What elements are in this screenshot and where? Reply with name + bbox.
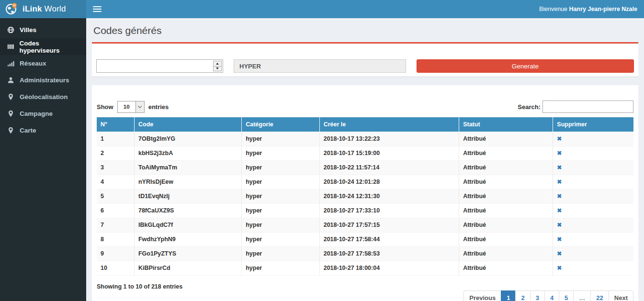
table-cell: FwdhzYphN9 xyxy=(134,232,241,246)
sidebar-item-carte[interactable]: Carte xyxy=(0,122,86,139)
pagination-page-22[interactable]: 22 xyxy=(590,290,609,301)
sidebar-item-reseaux[interactable]: Réseaux xyxy=(0,55,86,72)
column-header[interactable]: Code xyxy=(134,117,241,132)
pagination-previous[interactable]: Previous xyxy=(463,290,501,301)
quantity-stepper xyxy=(213,61,222,71)
table-cell-delete: ✖ xyxy=(553,175,633,189)
table-cell: 2 xyxy=(97,146,134,160)
sidebar-item-geolocalisation[interactable]: Géolocalisation xyxy=(0,89,86,105)
table-cell: Attribué xyxy=(459,203,553,218)
sidebar-item-administrateurs[interactable]: Administrateurs xyxy=(0,72,86,89)
table-cell: Attribué xyxy=(459,189,553,203)
search-control: Search: xyxy=(518,100,633,113)
delete-icon[interactable]: ✖ xyxy=(557,193,562,200)
generator-panel: Generate xyxy=(92,42,638,77)
table-cell: Attribué xyxy=(459,132,553,146)
brand-logo[interactable]: $ iLink World xyxy=(0,0,86,18)
delete-icon[interactable]: ✖ xyxy=(557,164,562,171)
table-cell: kbHS2j3zbA xyxy=(134,146,241,160)
column-header[interactable]: N° xyxy=(97,117,134,132)
delete-icon[interactable]: ✖ xyxy=(557,222,562,228)
table-cell: 1 xyxy=(97,132,134,146)
table-cell: 3 xyxy=(97,160,134,175)
codes-table: N°CodeCatégorieCréer leStatutSupprimer 1… xyxy=(97,117,633,276)
barcode-icon xyxy=(7,43,14,50)
quantity-input[interactable] xyxy=(97,60,210,72)
table-cell: 9 xyxy=(97,246,134,261)
sidebar-toggle-icon[interactable] xyxy=(93,4,102,14)
delete-icon[interactable]: ✖ xyxy=(557,135,562,142)
category-input[interactable] xyxy=(234,59,406,73)
pagination-page-3[interactable]: 3 xyxy=(530,290,545,301)
stepper-down-icon[interactable] xyxy=(214,67,221,71)
brand-globe-icon: $ xyxy=(5,2,18,17)
table-cell: 7 xyxy=(97,218,134,232)
table-cell: hyper xyxy=(242,246,320,261)
table-controls: Show 10 entries Search: xyxy=(97,100,633,113)
table-cell: FGo1PyZTYS xyxy=(134,246,241,261)
pagination-next[interactable]: Next xyxy=(609,290,633,301)
delete-icon[interactable]: ✖ xyxy=(557,207,562,214)
pagination-page-2[interactable]: 2 xyxy=(515,290,530,301)
table-cell: Attribué xyxy=(459,175,553,189)
column-header[interactable]: Catégorie xyxy=(242,117,320,132)
column-header[interactable]: Supprimer xyxy=(553,117,633,132)
pagination-page-1[interactable]: 1 xyxy=(501,290,516,301)
pagination: Previous12345…22Next xyxy=(464,290,633,301)
search-label: Search: xyxy=(518,103,541,111)
table-cell: 4 xyxy=(97,175,134,189)
user-icon xyxy=(7,77,15,84)
table-cell: hyper xyxy=(242,218,320,232)
sidebar-item-villes[interactable]: Villes xyxy=(0,22,86,38)
search-input[interactable] xyxy=(542,100,633,113)
table-cell: 2018-10-27 17:58:44 xyxy=(319,232,459,246)
table-cell-delete: ✖ xyxy=(553,261,633,275)
table-cell-delete: ✖ xyxy=(553,203,633,218)
table-cell-delete: ✖ xyxy=(553,218,633,232)
generate-button[interactable]: Generate xyxy=(417,59,634,73)
map-marker-icon xyxy=(7,93,15,100)
table-cell-delete: ✖ xyxy=(553,246,633,261)
sidebar-item-label: Carte xyxy=(20,127,36,134)
table-cell-delete: ✖ xyxy=(553,160,633,175)
column-header[interactable]: Créer le xyxy=(319,117,459,132)
table-cell: hyper xyxy=(242,232,320,246)
delete-icon[interactable]: ✖ xyxy=(557,236,562,243)
table-info: Showing 1 to 10 of 218 entries xyxy=(97,280,182,290)
table-cell-delete: ✖ xyxy=(553,232,633,246)
table-cell: hyper xyxy=(242,261,320,275)
table-cell: 2018-10-17 15:19:00 xyxy=(319,146,459,160)
table-cell: ToAiMymaTm xyxy=(134,160,241,175)
table-row: 7IBkGLqdC7fhyper2018-10-27 17:57:15Attri… xyxy=(97,218,633,232)
delete-icon[interactable]: ✖ xyxy=(557,178,562,185)
pagination-page-5[interactable]: 5 xyxy=(559,290,574,301)
table-row: 3ToAiMymaTmhyper2018-10-22 11:57:14Attri… xyxy=(97,160,633,175)
table-cell: KiBPirsrCd xyxy=(134,261,241,275)
table-row: 678fCaUXZ9Shyper2018-10-27 17:33:10Attri… xyxy=(97,203,633,218)
table-row: 10KiBPirsrCdhyper2018-10-27 18:00:04Attr… xyxy=(97,261,633,275)
table-cell: 2018-10-24 12:01:28 xyxy=(319,175,459,189)
table-cell: hyper xyxy=(242,189,320,203)
table-cell: 6 xyxy=(97,203,134,218)
sidebar-item-label: Administrateurs xyxy=(20,77,69,84)
codes-table-panel: Show 10 entries Search: xyxy=(92,85,638,301)
brand-name: iLink World xyxy=(23,4,66,14)
table-row: 4nYRIsDjEewhyper2018-10-24 12:01:28Attri… xyxy=(97,175,633,189)
table-cell: 2018-10-27 17:58:53 xyxy=(319,246,459,261)
globe-icon xyxy=(7,26,15,33)
table-row: 2kbHS2j3zbAhyper2018-10-17 15:19:00Attri… xyxy=(97,146,633,160)
sidebar-item-campagne[interactable]: Campagne xyxy=(0,105,86,122)
sidebar-item-codes-hyperviseurs[interactable]: Codes hyperviseurs xyxy=(0,38,86,55)
page-length-select[interactable]: 10 xyxy=(117,101,145,113)
delete-icon[interactable]: ✖ xyxy=(557,265,562,271)
quantity-field-wrap xyxy=(96,59,223,73)
sidebar-item-label: Villes xyxy=(20,26,36,33)
delete-icon[interactable]: ✖ xyxy=(557,150,562,156)
sidebar-item-label: Réseaux xyxy=(20,60,46,67)
column-header[interactable]: Statut xyxy=(459,117,553,132)
table-cell: 2018-10-27 18:00:04 xyxy=(319,261,459,275)
table-cell-delete: ✖ xyxy=(553,146,633,160)
pagination-page-4[interactable]: 4 xyxy=(544,290,559,301)
stepper-up-icon[interactable] xyxy=(214,61,221,67)
delete-icon[interactable]: ✖ xyxy=(557,250,562,257)
